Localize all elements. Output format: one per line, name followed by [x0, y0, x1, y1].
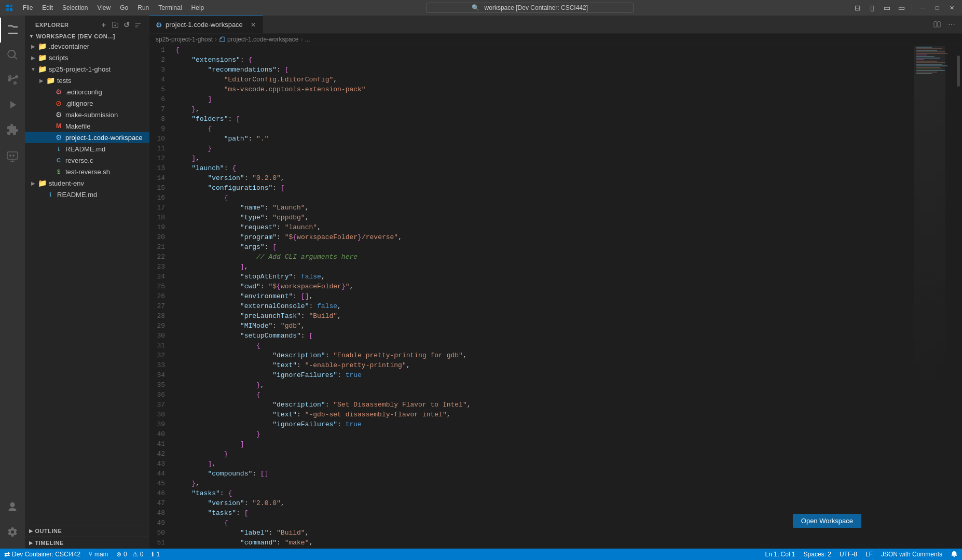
code-line-37: "description": "Set Disassembly Flavor t…	[175, 400, 909, 410]
code-line-44: "compounds": []	[175, 469, 909, 479]
breadcrumb: sp25-project-1-ghost › project-1.code-wo…	[149, 34, 962, 45]
code-line-42: }	[175, 449, 909, 459]
tree-item-tests[interactable]: ▶ 📁 tests	[25, 75, 149, 86]
menu-go[interactable]: Go	[116, 0, 132, 16]
status-language[interactable]: JSON with Comments	[877, 549, 946, 560]
tab-close-workspace[interactable]: ✕	[248, 20, 258, 30]
tree-item-scripts[interactable]: ▶ 📁 scripts	[25, 52, 149, 63]
status-cursor[interactable]: Ln 1, Col 1	[761, 549, 800, 560]
tree-item-student-env[interactable]: ▶ 📁 student-env	[25, 177, 149, 189]
tree-item-make-submission[interactable]: ▶ ⚙ make-submission	[25, 109, 149, 120]
status-bar: ⇄ Dev Container: CSCI442 ⑂ main ⊗ 0 ⚠ 0 …	[0, 549, 962, 560]
status-info[interactable]: ℹ 1	[147, 549, 164, 560]
editor-scrollbar[interactable]	[955, 45, 962, 549]
close-button[interactable]: ✕	[945, 2, 958, 14]
code-line-17: "name": "Launch",	[175, 203, 909, 213]
tree-item-readme-inner[interactable]: ▶ ℹ README.md	[25, 143, 149, 155]
tree-item-sp25[interactable]: ▼ 📁 sp25-project-1-ghost	[25, 63, 149, 75]
status-errors[interactable]: ⊗ 0 ⚠ 0	[112, 549, 147, 560]
tree-item-readme-outer[interactable]: ▶ ℹ README.md	[25, 189, 149, 200]
timeline-label: TIMELINE	[35, 540, 64, 546]
tree-item-workspace[interactable]: ▶ ⚙ project-1.code-workspace	[25, 132, 149, 143]
code-line-40: }	[175, 429, 909, 439]
code-line-9: {	[175, 124, 909, 134]
code-line-21: "args": [	[175, 242, 909, 252]
code-line-4: "EditorConfig.EditorConfig",	[175, 75, 909, 85]
menu-bar: File Edit Selection View Go Run Terminal…	[19, 0, 208, 16]
scrollbar-thumb[interactable]	[957, 55, 960, 87]
activity-settings[interactable]	[0, 520, 25, 544]
explorer-title: EXPLORER	[35, 22, 69, 28]
new-folder-btn[interactable]	[110, 20, 120, 30]
maximize-button[interactable]: □	[931, 2, 943, 14]
status-spaces[interactable]: Spaces: 2	[800, 549, 835, 560]
code-line-29: "MIMode": "gdb",	[175, 321, 909, 331]
error-count: 0	[123, 551, 127, 558]
activity-source-control[interactable]	[0, 67, 25, 92]
menu-terminal[interactable]: Terminal	[154, 0, 186, 16]
workspace-label[interactable]: ▼ WORKSPACE [DEV CON...]	[25, 32, 149, 40]
tree-item-editorconfig[interactable]: ▶ ⚙ .editorconfig	[25, 86, 149, 97]
layout-btn-4[interactable]: ▭	[895, 2, 908, 14]
activity-search[interactable]	[0, 43, 25, 67]
menu-edit[interactable]: Edit	[38, 0, 57, 16]
minimap-content	[913, 45, 955, 549]
tree-item-reverse-c[interactable]: ▶ C reverse.c	[25, 155, 149, 166]
layout-btn-3[interactable]: ▭	[881, 2, 893, 14]
breadcrumb-sep1: ›	[215, 36, 217, 43]
code-line-12: ],	[175, 153, 909, 163]
menu-run[interactable]: Run	[133, 0, 153, 16]
file-tree: ▶ 📁 .devcontainer ▶ 📁 scripts ▼ 📁 sp25-p…	[25, 40, 149, 525]
code-line-23: ],	[175, 262, 909, 272]
activity-run-debug[interactable]	[0, 92, 25, 117]
new-file-btn[interactable]: +	[99, 20, 109, 30]
code-line-41: ]	[175, 439, 909, 449]
tab-workspace[interactable]: ⚙ project-1.code-workspace ✕	[149, 16, 263, 33]
code-content[interactable]: { "extensions": { "recommendations": [ "…	[171, 45, 913, 548]
status-bar-right: Ln 1, Col 1 Spaces: 2 UTF-8 LF JSON with…	[761, 549, 962, 560]
menu-selection[interactable]: Selection	[58, 0, 92, 16]
branch-label: main	[94, 551, 108, 558]
code-scroll-area[interactable]: { "extensions": { "recommendations": [ "…	[171, 45, 913, 549]
tree-item-gitignore[interactable]: ▶ ⊘ .gitignore	[25, 97, 149, 109]
open-workspace-button[interactable]: Open Workspace	[793, 514, 861, 528]
code-line-43: ],	[175, 459, 909, 469]
menu-file[interactable]: File	[19, 0, 37, 16]
tree-item-devcontainer[interactable]: ▶ 📁 .devcontainer	[25, 40, 149, 52]
refresh-btn[interactable]: ↺	[121, 20, 132, 30]
status-notifications[interactable]	[946, 549, 962, 560]
status-eol[interactable]: LF	[861, 549, 877, 560]
remote-label: Dev Container: CSCI442	[12, 551, 80, 558]
layout-btn-2[interactable]: ▯	[866, 2, 878, 14]
split-editor-btn[interactable]	[931, 18, 943, 31]
collapse-btn[interactable]	[133, 20, 143, 30]
title-bar-center: 🔍 workspace [Dev Container: CSCI442]	[208, 3, 851, 13]
code-line-20: "program": "${workspaceFolder}/reverse",	[175, 232, 909, 242]
minimize-button[interactable]: ─	[916, 2, 929, 14]
layout-btn-1[interactable]: ⊟	[851, 2, 864, 14]
tree-item-test-reverse[interactable]: ▶ $ test-reverse.sh	[25, 166, 149, 177]
divider	[912, 4, 912, 12]
code-line-39: "ignoreFailures": true	[175, 419, 909, 429]
activity-accounts[interactable]	[0, 495, 25, 520]
status-encoding[interactable]: UTF-8	[835, 549, 861, 560]
breadcrumb-file[interactable]: project-1.code-workspace	[219, 36, 298, 43]
menu-view[interactable]: View	[93, 0, 115, 16]
breadcrumb-context[interactable]: ...	[305, 36, 310, 43]
outline-panel-header[interactable]: ▶ OUTLINE	[25, 525, 149, 537]
status-branch[interactable]: ⑂ main	[85, 549, 112, 560]
status-remote[interactable]: ⇄ Dev Container: CSCI442	[0, 549, 85, 560]
editor-area: ⚙ project-1.code-workspace ✕ ⋯ sp25-proj…	[149, 16, 962, 549]
tab-label-workspace: project-1.code-workspace	[166, 21, 243, 29]
more-actions-btn[interactable]: ⋯	[945, 18, 958, 31]
tree-item-makefile[interactable]: ▶ M Makefile	[25, 120, 149, 132]
activity-remote[interactable]	[0, 144, 25, 169]
activity-explorer[interactable]	[0, 18, 25, 43]
menu-help[interactable]: Help	[187, 0, 209, 16]
command-search[interactable]: 🔍 workspace [Dev Container: CSCI442]	[426, 3, 634, 13]
eol-label: LF	[865, 551, 873, 558]
activity-extensions[interactable]	[0, 117, 25, 142]
breadcrumb-folder[interactable]: sp25-project-1-ghost	[156, 36, 213, 43]
timeline-panel-header[interactable]: ▶ TIMELINE	[25, 537, 149, 549]
app-icon[interactable]	[4, 3, 15, 13]
